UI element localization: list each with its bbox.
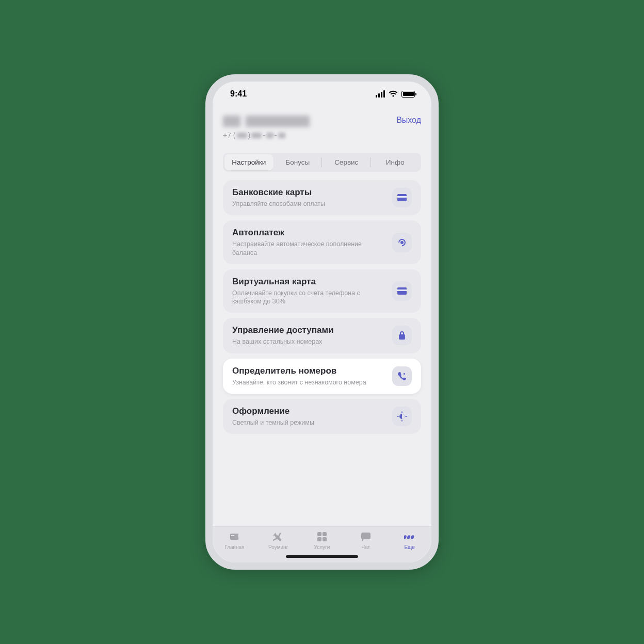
battery-icon [401, 91, 415, 98]
logout-button[interactable]: Выход [396, 116, 421, 125]
svg-rect-15 [323, 532, 327, 536]
settings-list: Банковские картыУправляйте способами опл… [223, 180, 421, 434]
tab-label: Чат [361, 544, 370, 550]
card-text: Определитель номеровУзнавайте, кто звони… [232, 366, 385, 387]
card-subtitle: Управляйте способами оплаты [232, 200, 385, 208]
profile-phone-number: +7 ( ) -- [223, 131, 310, 139]
svg-rect-13 [231, 535, 234, 536]
svg-rect-20 [407, 535, 410, 539]
settings-card[interactable]: Управление доступамиНа ваших остальных н… [223, 318, 421, 353]
screen: 9:41 +7 ( ) -- [213, 82, 431, 562]
card-text: Управление доступамиНа ваших остальных н… [232, 325, 385, 346]
profile-name-block: +7 ( ) -- [223, 116, 310, 139]
segment-Сервис[interactable]: Сервис [322, 154, 371, 170]
card-subtitle: Настраивайте автоматическое пополнение б… [232, 240, 385, 257]
tab-label: Главная [224, 544, 244, 550]
status-time: 9:41 [230, 89, 247, 99]
wifi-icon [389, 90, 398, 98]
credit-card-icon [392, 281, 412, 301]
phone-mockup: 9:41 +7 ( ) -- [205, 74, 439, 570]
settings-card[interactable]: АвтоплатежНастраивайте автоматическое по… [223, 220, 421, 264]
card-title: Оформление [232, 406, 385, 416]
phone-redacted-part [251, 133, 262, 138]
card-title: Виртуальная карта [232, 277, 385, 287]
card-text: ОформлениеСветлый и темный режимы [232, 406, 385, 427]
svg-rect-21 [410, 535, 414, 539]
card-title: Банковские карты [232, 187, 385, 198]
call-icon [392, 366, 412, 386]
phone-redacted-part [278, 133, 285, 138]
chat-icon [360, 531, 372, 542]
card-text: Виртуальная картаОплачивайте покупки со … [232, 277, 385, 306]
tab-Услуги[interactable]: Услуги [303, 531, 341, 550]
status-icons [376, 90, 415, 98]
segment-Инфо[interactable]: Инфо [371, 154, 420, 170]
settings-card[interactable]: Банковские картыУправляйте способами опл… [223, 180, 421, 215]
auto-icon [392, 233, 412, 252]
plane-icon [272, 531, 284, 542]
cellular-signal-icon [376, 90, 385, 98]
phone-redacted-part [237, 133, 247, 138]
card-subtitle: Узнавайте, кто звонит с незнакомого номе… [232, 378, 385, 387]
svg-rect-19 [404, 535, 407, 539]
card-subtitle: Оплачивайте покупки со счета телефона с … [232, 289, 385, 306]
card-title: Определитель номеров [232, 366, 385, 376]
card-title: Управление доступами [232, 325, 385, 335]
phone-redacted-part [266, 133, 273, 138]
svg-rect-12 [230, 534, 238, 540]
svg-rect-17 [323, 537, 327, 541]
svg-rect-1 [397, 196, 407, 198]
grid-icon [316, 531, 328, 542]
status-bar: 9:41 [213, 82, 431, 106]
content-area: +7 ( ) -- Выход НастройкиБонусыСервисИнф… [213, 106, 431, 526]
profile-name-redacted [223, 116, 310, 127]
svg-rect-5 [399, 334, 405, 340]
svg-rect-14 [317, 532, 321, 536]
svg-point-6 [404, 373, 405, 375]
settings-card[interactable]: Определитель номеровУзнавайте, кто звони… [223, 359, 421, 394]
card-title: Автоплатеж [232, 228, 385, 238]
settings-card[interactable]: ОформлениеСветлый и темный режимы [223, 399, 421, 434]
theme-icon [392, 407, 412, 426]
tab-label: Услуги [314, 544, 330, 550]
settings-card[interactable]: Виртуальная картаОплачивайте покупки со … [223, 269, 421, 313]
tab-Роуминг[interactable]: Роуминг [259, 531, 297, 550]
card-text: Банковские картыУправляйте способами опл… [232, 187, 385, 208]
svg-rect-4 [397, 289, 407, 291]
segment-Настройки[interactable]: Настройки [224, 154, 273, 170]
tab-Чат[interactable]: Чат [347, 531, 385, 550]
tab-label: Роуминг [268, 544, 288, 550]
tab-Еще[interactable]: Еще [391, 531, 429, 550]
more-icon [404, 531, 415, 542]
lock-icon [392, 326, 412, 345]
profile-header: +7 ( ) -- Выход [223, 116, 421, 139]
home-indicator [286, 555, 358, 558]
tab-Главная[interactable]: Главная [215, 531, 253, 550]
home-icon [229, 531, 240, 542]
svg-rect-16 [317, 537, 321, 541]
credit-card-icon [392, 188, 412, 207]
card-subtitle: Светлый и темный режимы [232, 418, 385, 427]
segment-Бонусы[interactable]: Бонусы [273, 154, 323, 170]
svg-point-2 [400, 241, 404, 244]
svg-rect-18 [361, 533, 371, 539]
card-text: АвтоплатежНастраивайте автоматическое по… [232, 228, 385, 257]
tab-label: Еще [404, 544, 414, 550]
card-subtitle: На ваших остальных номерах [232, 337, 385, 346]
segmented-control: НастройкиБонусыСервисИнфо [223, 153, 421, 172]
